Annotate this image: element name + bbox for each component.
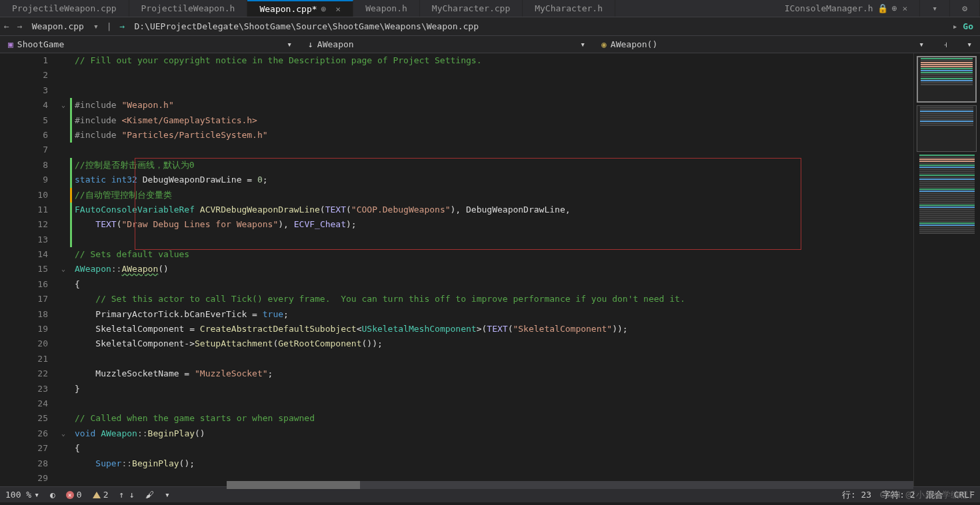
nav-bar: ← → Weapon.cpp ▾ | → D:\UEProjectDelegat… (0, 17, 980, 36)
analysis-icon[interactable]: ◐ (45, 490, 61, 500)
lock-icon: 🔒 (877, 3, 888, 13)
nav-sep: | (103, 21, 116, 31)
zoom-level[interactable]: 100 %▾ (0, 490, 45, 500)
minimap[interactable] (913, 53, 980, 486)
chevron-down-icon[interactable]: ▾ (959, 39, 980, 49)
error-icon: ✕ (66, 491, 74, 499)
split-icon[interactable]: ⫞ (932, 39, 959, 49)
arrow-icon: → (116, 21, 129, 31)
close-icon[interactable]: × (903, 3, 908, 13)
nav-back-icon[interactable]: ← (0, 21, 13, 31)
chevron-down-icon[interactable]: ▾ (89, 21, 103, 31)
pin-icon[interactable]: ⊕ (321, 4, 327, 14)
tab-weapon-cpp[interactable]: Weapon.cpp*⊕× (247, 0, 353, 17)
brush-icon[interactable]: 🖌 (140, 490, 159, 500)
tab-projectileweapon-cpp[interactable]: ProjectileWeapon.cpp (0, 0, 129, 17)
chevron-down-icon[interactable]: ▾ (287, 39, 292, 49)
chevron-down-icon[interactable]: ▾ (34, 490, 39, 500)
crumb-module[interactable]: ▣ShootGame▾ (0, 39, 300, 49)
arrow-down-icon: ↓ (308, 39, 313, 49)
go-button[interactable]: ▸ Go (946, 21, 980, 31)
line-indicator[interactable]: 行: 23 (837, 489, 877, 501)
minimap-thumb[interactable] (917, 105, 977, 152)
chevron-down-icon[interactable]: ▾ (159, 490, 175, 500)
pin-icon[interactable]: ⊕ (892, 3, 897, 13)
error-count[interactable]: ✕0 (61, 490, 87, 500)
watermark: CSDN @[小瓜偷学编程] (879, 489, 973, 501)
crumb-class[interactable]: ↓AWeapon▾ (300, 39, 593, 49)
warning-count[interactable]: 2 (87, 490, 114, 500)
dropdown-icon[interactable]: ▾ (920, 0, 950, 17)
tab-mycharacter-cpp[interactable]: MyCharacter.cpp (420, 0, 523, 17)
editor: 1234567891011121314151617181920212223242… (0, 53, 980, 486)
warning-icon (93, 492, 101, 498)
breadcrumb-bar: ▣ShootGame▾ ↓AWeapon▾ ◉AWeapon()▾ ⫞ ▾ (0, 36, 980, 53)
minimap-overview[interactable] (917, 155, 977, 234)
tab-projectileweapon-h[interactable]: ProjectileWeapon.h (129, 0, 248, 17)
scrollbar-thumb[interactable] (227, 481, 360, 489)
tab-mycharacter-h[interactable]: MyCharacter.h (523, 0, 615, 17)
line-gutter: 1234567891011121314151617181920212223242… (0, 53, 60, 486)
close-icon[interactable]: × (335, 4, 341, 14)
nav-path[interactable]: D:\UEProjectDelegate\ShootGame\Source\Sh… (129, 21, 484, 31)
tab-weapon-h[interactable]: Weapon.h (353, 0, 420, 17)
nav-fwd-icon[interactable]: → (13, 21, 27, 31)
code-area[interactable]: // Fill out your copyright notice in the… (60, 53, 913, 486)
nav-arrows[interactable]: ↑ ↓ (113, 490, 139, 500)
method-icon: ◉ (601, 39, 607, 49)
tab-bar: ProjectileWeapon.cpp ProjectileWeapon.h … (0, 0, 980, 17)
horizontal-scrollbar[interactable] (227, 481, 913, 489)
minimap-thumb[interactable] (917, 56, 977, 103)
crumb-method[interactable]: ◉AWeapon()▾ (593, 39, 932, 49)
chevron-down-icon[interactable]: ▾ (580, 39, 585, 49)
module-icon: ▣ (8, 39, 13, 49)
nav-file[interactable]: Weapon.cpp (27, 21, 89, 31)
chevron-down-icon[interactable]: ▾ (919, 39, 924, 49)
gear-icon[interactable]: ⚙ (950, 0, 980, 17)
tab-iconsolemanager[interactable]: IConsoleManager.h🔒⊕× (773, 0, 921, 17)
